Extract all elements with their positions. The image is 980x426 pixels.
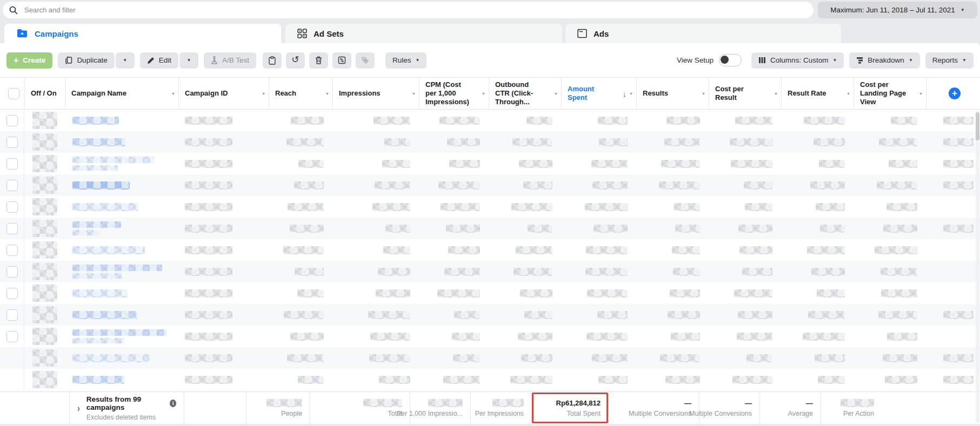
- cell-result-rate: [781, 304, 854, 326]
- cell-campaign-name: [65, 153, 178, 174]
- edit-button-label: Edit: [159, 56, 171, 64]
- ab-test-button[interactable]: A/B Test: [204, 52, 256, 69]
- redacted-data: [185, 138, 232, 146]
- row-checkbox[interactable]: [6, 180, 18, 191]
- campaigns-folder-icon: [16, 29, 28, 38]
- breakdown-button-label: Breakdown: [868, 56, 904, 64]
- delete-button[interactable]: [309, 52, 328, 69]
- cell-result-rate: [781, 239, 854, 261]
- row-checkbox[interactable]: [6, 266, 18, 278]
- cell-off-on: [24, 218, 65, 239]
- vertical-scrollbar-thumb[interactable]: [976, 112, 979, 140]
- cell-add-column: [926, 174, 980, 196]
- row-checkbox[interactable]: [6, 137, 18, 148]
- export-button[interactable]: [332, 52, 351, 69]
- redacted-data: [881, 268, 917, 276]
- row-checkbox[interactable]: [6, 158, 18, 170]
- date-range-selector[interactable]: Maximum: Jun 11, 2018 – Jul 11, 2021 ▼: [818, 2, 977, 18]
- edit-dropdown-button[interactable]: ▼: [179, 52, 198, 69]
- column-header-campaign-name[interactable]: Campaign Name▼: [65, 78, 178, 109]
- summary-cell: › Results from 99 campaigns i Excludes d…: [69, 392, 184, 424]
- cell-campaign-name: [65, 282, 178, 304]
- cell-campaign-name: [65, 218, 178, 239]
- cell-result-rate: [781, 196, 854, 218]
- column-header-cpm[interactable]: CPM (Cost per 1,000 Impressions)▼: [419, 78, 489, 109]
- cell-reach: [269, 239, 332, 261]
- column-header-impressions[interactable]: Impressions▼: [332, 78, 419, 109]
- info-icon[interactable]: i: [170, 400, 176, 407]
- tab-ad-sets[interactable]: Ad Sets: [285, 24, 562, 43]
- rules-button[interactable]: Rules ▼: [385, 52, 426, 69]
- chevron-right-icon[interactable]: ›: [77, 402, 80, 414]
- redacted-data: [448, 246, 480, 254]
- column-header-cost-per-result[interactable]: Cost per Result▼: [709, 78, 781, 109]
- cell-off-on: [24, 347, 65, 369]
- search-bar[interactable]: [3, 2, 814, 18]
- redacted-toggle: [32, 349, 57, 367]
- cell-results: [636, 369, 709, 390]
- redacted-data: [372, 203, 410, 211]
- row-checkbox[interactable]: [6, 288, 18, 299]
- column-header-cost-per-landing-page-view[interactable]: Cost per Landing Page View▼: [854, 78, 926, 109]
- redacted-data: [368, 311, 410, 319]
- columns-button[interactable]: Columns: Custom ▼: [751, 52, 844, 69]
- search-input[interactable]: [23, 5, 807, 15]
- tab-campaigns[interactable]: Campaigns: [4, 24, 281, 43]
- redacted-data: [512, 138, 552, 146]
- redacted-data: [444, 268, 480, 276]
- column-header-off-on[interactable]: Off / On: [24, 78, 65, 109]
- duplicate-button[interactable]: Duplicate: [58, 52, 114, 69]
- column-header-add-column[interactable]: +: [926, 78, 980, 109]
- view-setup-toggle[interactable]: [719, 54, 742, 66]
- column-header-outbound-ctr[interactable]: Outbound CTR (Click- Through...▼: [489, 78, 561, 109]
- redacted-toggle: [32, 177, 57, 194]
- column-header-campaign-id[interactable]: Campaign ID▼: [178, 78, 269, 109]
- footer-cell-result-rate: — Average: [759, 392, 821, 424]
- paste-button[interactable]: [263, 52, 282, 69]
- toggle-knob: [721, 56, 729, 64]
- redacted-data: [376, 289, 410, 297]
- chevron-down-icon: ▼: [962, 58, 966, 63]
- redacted-data: [72, 311, 137, 319]
- column-header-amount-spent[interactable]: Amount Spent↓▼: [561, 78, 636, 109]
- redacted-data: [185, 160, 232, 168]
- cell-campaign-name: [65, 239, 178, 261]
- row-checkbox[interactable]: [6, 331, 18, 342]
- cell-cost-per-result: [709, 304, 781, 326]
- column-header-result-rate[interactable]: Result Rate▼: [781, 78, 854, 109]
- vertical-scrollbar-track[interactable]: [976, 111, 979, 423]
- footer-label: Multiple Conversions: [629, 410, 691, 417]
- cell-cpm: [419, 131, 489, 153]
- select-all-header[interactable]: [0, 78, 24, 109]
- chevron-down-icon: ▼: [774, 92, 778, 96]
- redacted-toggle: [32, 155, 57, 172]
- reports-button[interactable]: Reports ▼: [925, 52, 974, 69]
- redacted-data: [516, 246, 552, 254]
- row-checkbox[interactable]: [6, 245, 18, 256]
- cell-results: [636, 304, 709, 326]
- tag-button[interactable]: [356, 52, 375, 69]
- row-checkbox[interactable]: [6, 201, 18, 213]
- column-header-label: Reach: [275, 89, 296, 98]
- row-checkbox[interactable]: [6, 309, 18, 321]
- edit-button[interactable]: Edit: [140, 52, 178, 69]
- cell-add-column: [926, 369, 980, 390]
- cell-campaign-name: [65, 326, 178, 347]
- cell-impressions: [332, 304, 419, 326]
- create-button[interactable]: + Create: [6, 52, 52, 69]
- column-header-results[interactable]: Results▼: [636, 78, 709, 109]
- row-checkbox[interactable]: [6, 223, 18, 234]
- undo-button[interactable]: ↺: [286, 52, 305, 69]
- redacted-data: [810, 181, 845, 190]
- cell-impressions: [332, 326, 419, 347]
- tab-ads[interactable]: Ads: [565, 24, 841, 43]
- redacted-data: [587, 289, 628, 297]
- select-all-checkbox[interactable]: [8, 88, 19, 99]
- cell-off-on: [24, 326, 65, 347]
- add-column-button[interactable]: +: [949, 87, 961, 99]
- duplicate-dropdown-button[interactable]: ▼: [116, 52, 135, 69]
- redacted-data: [447, 138, 480, 146]
- breakdown-button[interactable]: Breakdown ▼: [849, 52, 919, 69]
- column-header-reach[interactable]: Reach▼: [269, 78, 332, 109]
- row-checkbox[interactable]: [6, 115, 18, 126]
